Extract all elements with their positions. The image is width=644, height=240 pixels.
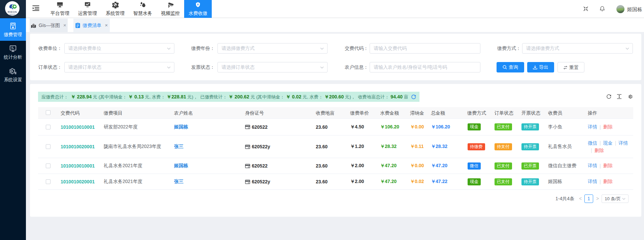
svg-text:瑞恩电气: 瑞恩电气 — [9, 13, 15, 15]
svg-text:RIEON: RIEON — [8, 10, 17, 13]
